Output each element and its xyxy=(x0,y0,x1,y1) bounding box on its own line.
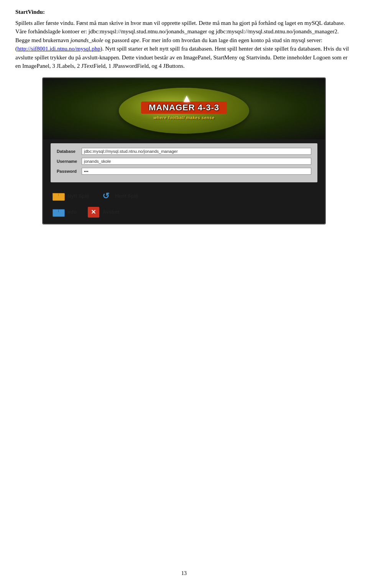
page-content: StartVindu: Spillets aller første vindu.… xyxy=(0,0,368,254)
buttons-row-1: Nytt Spill ↺ Hent Spill xyxy=(43,188,325,205)
heading: StartVindu: xyxy=(15,9,45,15)
database-input[interactable] xyxy=(82,148,311,155)
nytt-spill-label: Nytt Spill xyxy=(67,193,89,199)
form-row-password: Password xyxy=(57,168,311,175)
info-label: Info xyxy=(67,209,77,215)
logo-subtitle: where football makes sense xyxy=(153,115,214,120)
buttons-row-2: Info ✕ Avslutt xyxy=(43,205,325,224)
hent-spill-button[interactable]: ↺ Hent Spill xyxy=(98,190,140,202)
username-italic: jonands_skole xyxy=(71,37,104,43)
password-input[interactable] xyxy=(82,168,311,175)
folder-blue-icon xyxy=(53,208,64,217)
x-red-icon: ✕ xyxy=(88,207,99,218)
form-area: Database Username Password xyxy=(51,143,317,182)
avslutt-button[interactable]: ✕ Avslutt xyxy=(86,206,121,218)
page-number: 13 xyxy=(181,570,187,577)
info-icon xyxy=(52,207,64,218)
avslutt-icon: ✕ xyxy=(87,207,100,218)
form-row-username: Username xyxy=(57,158,311,165)
hent-spill-label: Hent Spill xyxy=(115,193,138,199)
hent-spill-icon: ↺ xyxy=(100,191,112,201)
link[interactable]: http://sif8001.idi.ntnu.no/mysql.php xyxy=(17,46,100,52)
app-window: ▲ MANAGER 4-3-3 where football makes sen… xyxy=(42,77,326,224)
username-label: Username xyxy=(57,159,82,164)
database-label: Database xyxy=(57,149,82,154)
logo-area: ▲ MANAGER 4-3-3 where football makes sen… xyxy=(43,78,325,139)
password-label: Password xyxy=(57,169,82,174)
main-text: StartVindu: Spillets aller første vindu.… xyxy=(15,8,353,70)
paragraph-1: Spillets aller første vindu. Først må ma… xyxy=(15,19,353,70)
logo-oval: ▲ MANAGER 4-3-3 where football makes sen… xyxy=(119,88,249,134)
info-button[interactable]: Info xyxy=(51,206,78,218)
password-italic: ape xyxy=(131,37,140,43)
avslutt-label: Avslutt xyxy=(103,209,120,215)
logo-arrow-icon: ▲ xyxy=(181,92,192,105)
app-inner: ▲ MANAGER 4-3-3 where football makes sen… xyxy=(43,78,325,224)
username-input[interactable] xyxy=(82,158,311,165)
form-row-database: Database xyxy=(57,148,311,155)
nytt-spill-button[interactable]: Nytt Spill xyxy=(51,190,90,202)
nytt-spill-icon xyxy=(52,191,64,201)
folder-yellow-icon xyxy=(53,192,64,201)
arrow-blue-icon: ↺ xyxy=(100,191,112,201)
